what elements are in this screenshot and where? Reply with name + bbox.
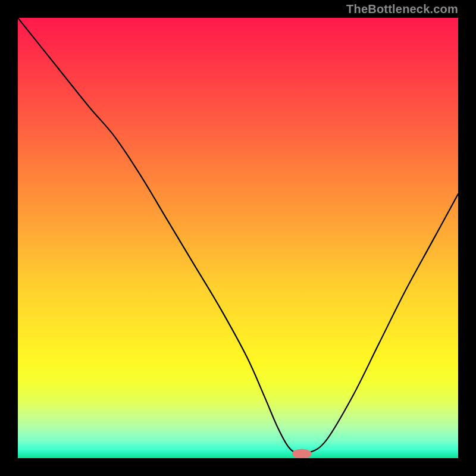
optimal-marker xyxy=(292,449,312,459)
watermark-text: TheBottleneck.com xyxy=(346,2,458,16)
chart-frame: TheBottleneck.com xyxy=(0,0,476,476)
plot-area xyxy=(18,18,458,458)
bottleneck-curve xyxy=(18,18,458,454)
curve-layer xyxy=(18,18,458,458)
